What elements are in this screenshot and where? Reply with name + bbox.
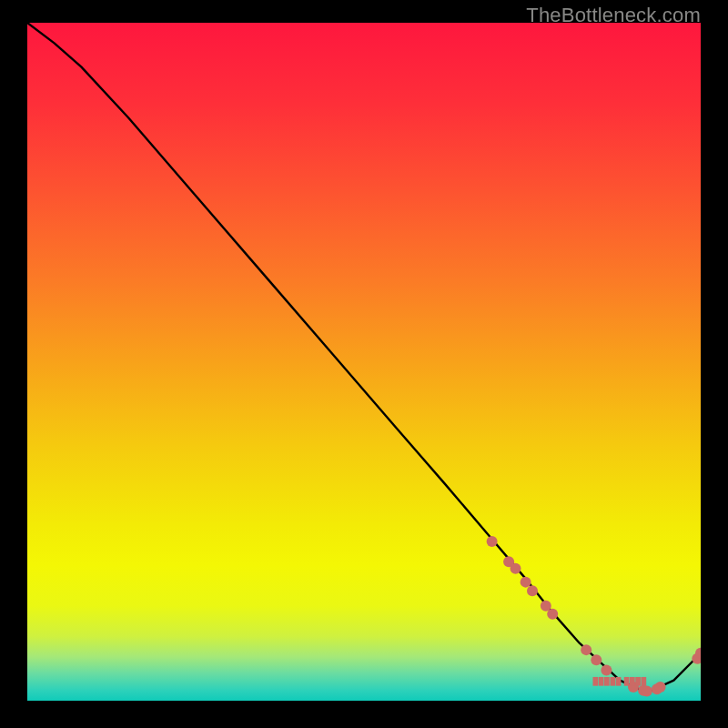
data-marker — [601, 664, 612, 675]
chart-stage: █████ ████ TheBottleneck.com — [0, 0, 728, 728]
data-marker — [547, 609, 558, 620]
attribution-label: TheBottleneck.com — [526, 4, 701, 27]
data-marker — [655, 682, 666, 693]
data-marker — [521, 577, 531, 588]
data-marker — [487, 536, 498, 547]
series-label: █████ ████ — [593, 676, 647, 686]
data-marker — [581, 644, 592, 655]
data-marker — [511, 563, 521, 574]
data-marker — [527, 585, 538, 596]
chart-background — [27, 23, 701, 701]
bottleneck-chart: █████ ████ — [27, 23, 701, 701]
data-marker — [642, 686, 652, 697]
data-marker — [591, 654, 602, 665]
